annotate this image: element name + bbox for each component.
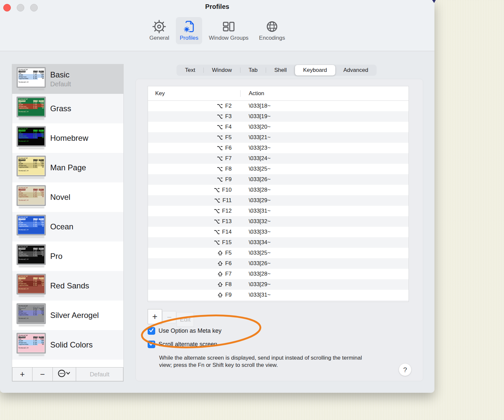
toolbar-item-label: Encodings [259, 35, 285, 41]
thumbnail-reflection [19, 89, 44, 91]
key-label: F8 [225, 166, 232, 172]
scroll-alternate-screen-row: Scroll alternate screen [148, 341, 217, 348]
use-option-as-meta-key-checkbox[interactable] [148, 327, 155, 335]
default-profile-button[interactable]: Default [76, 367, 123, 381]
profiles-list: Terminal1#COMMAND%CPURPRVTtop4.1%231KXco… [12, 64, 123, 367]
thumbnail-reflection [19, 148, 44, 150]
edit-shortcut-button[interactable]: Edit [177, 312, 194, 327]
action-value: \033[25~ [240, 250, 271, 256]
shortcut-row[interactable]: F5 \033[21~ [148, 132, 409, 143]
thumbnail-reflection [19, 118, 44, 120]
remove-shortcut-button[interactable]: − [162, 311, 176, 323]
profile-list-item-basic[interactable]: Terminal1#COMMAND%CPURPRVTtop4.1%231KXco… [12, 64, 123, 94]
profile-list-item-red-sands[interactable]: Terminal1#COMMAND%CPURPRVTtop4.1%231KXco… [12, 271, 123, 301]
profile-thumbnail: Terminal1#COMMAND%CPURPRVTtop4.1%231KXco… [17, 215, 46, 235]
shortcut-row[interactable]: F8 \033[25~ [148, 164, 409, 174]
profile-name: Solid Colors [50, 340, 93, 349]
thumbnail-reflection [19, 354, 44, 357]
add-profile-button[interactable]: + [12, 367, 32, 381]
profile-list-item-pro[interactable]: Terminal1#COMMAND%CPURPRVTtop4.1%231KXco… [12, 242, 123, 271]
tab-window[interactable]: Window [204, 65, 240, 75]
action-value: \033[32~ [240, 218, 271, 225]
action-value: \033[19~ [240, 113, 271, 120]
desktop-background: Profiles General Profiles Window [0, 0, 504, 420]
shortcut-row[interactable]: F9 \033[26~ [148, 174, 409, 185]
tab-text[interactable]: Text [177, 65, 203, 75]
action-value: \033[21~ [240, 134, 271, 141]
titlebar-toolbar-area: Profiles General Profiles Window [0, 0, 434, 51]
toolbar-item-encodings[interactable]: Encodings [255, 17, 289, 44]
shortcut-row[interactable]: F4 \033[20~ [148, 122, 409, 132]
shortcut-row[interactable]: F7 \033[24~ [148, 153, 409, 164]
add-shortcut-button[interactable]: + [148, 309, 162, 324]
scroll-alternate-screen-label: Scroll alternate screen [158, 341, 217, 348]
option-key-icon [217, 177, 223, 182]
action-value: \033[25~ [240, 166, 271, 172]
shortcut-row[interactable]: F3 \033[19~ [148, 111, 409, 122]
more-options-button[interactable] [52, 367, 76, 381]
column-divider[interactable] [240, 90, 241, 97]
profile-list-item-solid-colors[interactable]: Terminal1#COMMAND%CPURPRVTtop4.1%231KXco… [12, 330, 123, 360]
shortcut-row[interactable]: F13 \033[32~ [148, 216, 409, 227]
shortcut-row[interactable]: F2 \033[18~ [148, 101, 409, 111]
tab-tab[interactable]: Tab [241, 65, 266, 75]
toolbar-item-profiles[interactable]: Profiles [176, 17, 202, 44]
scroll-alternate-screen-checkbox[interactable] [148, 341, 155, 348]
checkmark-icon [149, 341, 154, 348]
key-label: F11 [222, 197, 232, 204]
keyboard-shortcuts-table[interactable]: Key Action F2 \033[18~ F3 \033[19~ F4 \0… [148, 86, 409, 302]
option-key-icon [217, 104, 223, 109]
shortcut-row[interactable]: F10 \033[28~ [148, 185, 409, 195]
profile-document-icon [181, 19, 197, 34]
tab-advanced[interactable]: Advanced [335, 65, 377, 75]
shift-key-icon [218, 292, 223, 298]
sidebar-footer-bar: + − Default [12, 367, 123, 381]
profiles-sidebar: Terminal1#COMMAND%CPURPRVTtop4.1%231KXco… [12, 64, 124, 382]
help-button[interactable]: ? [399, 363, 411, 376]
option-key-icon [217, 125, 223, 130]
action-value: \033[20~ [240, 124, 271, 130]
use-option-as-meta-key-label: Use Option as Meta key [158, 327, 221, 334]
profile-list-item-grass[interactable]: Terminal1#COMMAND%CPURPRVTtop4.1%231KXco… [12, 94, 123, 123]
toolbar-item-general[interactable]: General [145, 17, 173, 44]
shortcut-row[interactable]: F12 \033[31~ [148, 206, 409, 216]
option-key-icon [214, 209, 220, 214]
shortcut-row[interactable]: F8 \033[29~ [148, 279, 409, 290]
profile-thumbnail: Terminal1#COMMAND%CPURPRVTtop4.1%231KXco… [17, 274, 46, 294]
action-value: \033[28~ [240, 187, 271, 193]
remove-profile-button[interactable]: − [32, 367, 52, 381]
tab-shell[interactable]: Shell [266, 65, 295, 75]
action-value: \033[18~ [240, 103, 271, 109]
profile-thumbnail: Terminal1#COMMAND%CPURPRVTtop4.1%231KXco… [17, 185, 46, 206]
action-value: \033[34~ [240, 239, 271, 246]
shortcut-row[interactable]: F6 \033[23~ [148, 143, 409, 153]
profile-thumbnail: Terminal1#COMMAND%CPURPRVTtop4.1%231KXco… [17, 304, 46, 324]
profile-list-item-homebrew[interactable]: Terminal1#COMMAND%CPURPRVTtop4.1%231KXco… [12, 123, 123, 153]
thumbnail-reflection [19, 207, 44, 209]
key-label: F7 [225, 271, 232, 277]
shortcut-row[interactable]: F14 \033[33~ [148, 227, 409, 237]
shortcut-row[interactable]: F11 \033[29~ [148, 195, 409, 206]
action-value: \033[26~ [240, 176, 271, 183]
action-value: \033[24~ [240, 155, 271, 162]
key-label: F12 [222, 208, 232, 214]
globe-icon [264, 19, 280, 34]
profile-list-item-novel[interactable]: Terminal1#COMMAND%CPURPRVTtop4.1%231KXco… [12, 182, 123, 212]
shortcut-row[interactable]: F9 \033[31~ [148, 290, 409, 300]
profile-list-item-man-page[interactable]: Terminal1#COMMAND%CPURPRVTtop4.1%231KXco… [12, 153, 123, 182]
key-label: F13 [222, 218, 232, 225]
profile-list-item-ocean[interactable]: Terminal1#COMMAND%CPURPRVTtop4.1%231KXco… [12, 212, 123, 242]
alternate-screen-footnote: While the alternate screen is displayed,… [159, 354, 374, 368]
shortcut-row[interactable]: F7 \033[28~ [148, 269, 409, 279]
toolbar-item-window-groups[interactable]: Window Groups [205, 17, 252, 44]
shortcut-row[interactable]: F5 \033[25~ [148, 248, 409, 258]
profile-name: Homebrew [50, 134, 88, 143]
thumbnail-reflection [19, 325, 44, 327]
key-label: F14 [222, 229, 232, 235]
tab-keyboard[interactable]: Keyboard [295, 65, 335, 75]
profile-list-item-silver-aerogel[interactable]: Terminal1#COMMAND%CPURPRVTtop4.1%231KXco… [12, 301, 123, 330]
shortcut-row[interactable]: F15 \033[34~ [148, 237, 409, 248]
shortcut-row[interactable]: F6 \033[26~ [148, 258, 409, 269]
gear-icon [152, 19, 167, 34]
option-key-icon [217, 146, 223, 151]
